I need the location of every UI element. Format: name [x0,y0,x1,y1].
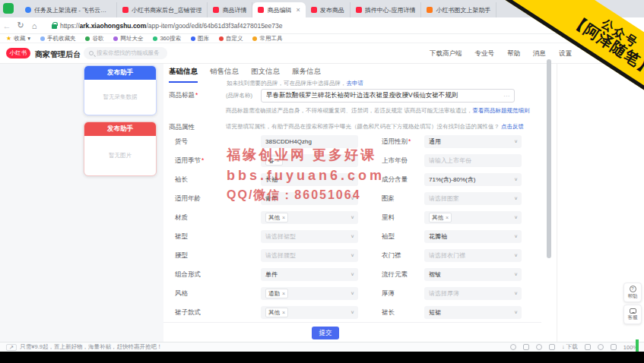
attr-row: 裙子款式 其他 裙长 短裙 [163,306,544,323]
skin-icon[interactable] [510,344,516,350]
sleeve-type-label: 袖型 [382,232,395,241]
question-icon: ? [630,286,636,292]
search-input[interactable]: 搜索你想找的功能或服务 [84,47,167,59]
bookmark-item[interactable]: 常用工具 [252,35,282,43]
browser-tab-4-active[interactable]: 商品编辑× [252,2,305,17]
url-field[interactable]: https://ark.xiaohongshu.com/app-item/goo… [52,22,283,30]
dress-style-label: 裙子款式 [175,308,201,317]
browser-tab-3[interactable]: 商品详情 [208,2,252,17]
message-icon[interactable] [523,344,529,350]
skirt-length-select[interactable]: 短裙 [424,306,522,319]
waist-select[interactable]: 请选择腰型 [261,249,358,262]
page-scrollbar[interactable] [547,59,551,258]
brand-tip: 如未找到需要的品牌，可在品牌库中选择品牌，去申请 [227,80,363,87]
thickness-select[interactable]: 请选择厚薄 [424,287,522,300]
close-tab-icon[interactable]: × [296,6,300,14]
launch-year-label: 上市年份 [382,156,408,166]
xhs-favicon-icon [311,7,317,13]
submit-button[interactable]: 提交 [312,327,339,339]
feedback-link[interactable]: 点击反馈 [501,123,524,130]
bookmark-item[interactable]: 谷歌 [85,35,103,43]
bookmark-item[interactable]: 手机收藏夹 [40,35,76,43]
publish-assistant-card-blue[interactable]: 发布助手 暂无采集数据 [84,65,157,115]
dress-shape-select[interactable]: 请选择裙型 [261,230,358,243]
letterbox-bottom [0,352,644,363]
launch-year-input[interactable]: 请输入上市年份 [424,154,522,167]
xiaohongshu-logo[interactable]: 小红书 [6,48,30,58]
network-icon[interactable] [536,344,542,350]
title-rules-link[interactable]: 查看商品标题规范细则 [473,107,530,114]
product-title-input[interactable]: 早春新款翻领罗兰碎花长袖荷叶边连衣裙显瘦收腰V领仙女裙不规则 ⋯ [261,89,515,103]
browser-tab-5[interactable]: 发布商品 [306,2,351,17]
trend-select[interactable]: 褶皱 [424,268,522,281]
title-tip: 商品标题需准确描述产品自身，不得堆砌重复词、违禁词，若违反规定 该商品可能无法审… [226,107,530,115]
folder-icon [40,36,45,41]
nav-messages[interactable]: 消息 [533,49,546,58]
waist-label: 腰型 [175,251,188,260]
green-indicator [636,339,639,352]
browser-logo-icon[interactable] [3,3,14,14]
xhs-favicon-icon [122,7,128,13]
nav-settings[interactable]: 设置 [559,49,572,58]
bookmark-item[interactable]: 自定义 [219,35,243,43]
material-label: 材质 [175,213,188,223]
promo-tag-icon: ↗ [6,344,17,351]
brand-name-prefix: (品牌名称) [226,92,252,99]
attributes-label: 商品属性 [169,123,195,132]
screenshot-icon[interactable] [585,344,591,350]
age-select[interactable]: 青年 [261,192,358,205]
bookmark-favorites[interactable]: ★收藏▾ [6,35,30,43]
style-select[interactable]: 通勤 [261,287,358,300]
sleeve-length-label: 袖长 [175,175,188,185]
dress-shape-label: 裙型 [175,232,188,241]
home-icon[interactable]: ⌂ [27,21,41,30]
bookmark-item[interactable]: 网址大全 [113,35,143,43]
nav-help[interactable]: 帮助 [507,49,520,58]
back-icon[interactable]: ← [0,21,14,30]
combo-select[interactable]: 单件 [261,268,358,281]
help-floater[interactable]: ? 帮助 [623,283,642,302]
refresh-icon[interactable]: ↻ [14,21,27,30]
capture-icon[interactable] [549,344,555,350]
browser-tab-1[interactable]: 任务及上架流程 - 飞书云文档 [20,2,117,17]
attr-row: 组合形式 单件 流行元素 褶皱 [163,268,544,285]
browser-tab-7[interactable]: 小红书图文上架助手 [421,2,496,17]
star-icon: ★ [6,35,11,42]
page-title: 商家管理后台 [35,49,81,60]
sleeve-type-select[interactable]: 花瓣袖 [424,230,522,243]
placket-select[interactable]: 请选择衣门襟 [424,249,522,262]
apply-brand-link[interactable]: 去申请 [347,80,364,87]
extension-favicon-icon [427,7,433,13]
statusbar-tools: ↓ 下载 100% [510,343,638,351]
page-url: https://ark.xiaohongshu.com/app-item/goo… [60,22,283,30]
windows-icon[interactable] [611,344,617,350]
publish-assistant-card-red[interactable]: 发布助手 暂无图片 [84,122,157,176]
trend-label: 流行元素 [382,270,408,279]
browser-tab-2[interactable]: 小红书商家后台_店铺管理 [117,2,208,17]
lining-select[interactable]: 其他 [424,211,522,224]
age-label: 适用年龄 [175,194,201,204]
download-button[interactable]: ↓ 下载 [562,343,578,351]
content-divider [557,64,557,342]
attr-row: 适用季节 春 上市年份 请输入上市年份 [163,154,544,171]
cleaner-icon[interactable] [598,344,604,350]
bookmark-item[interactable]: 图库 [191,35,209,43]
material-select[interactable]: 其他 [261,211,358,224]
ingredient-select[interactable]: 71%(含)-80%(含) [424,173,522,186]
sleeve-length-select[interactable]: 长袖 [261,173,358,186]
item-number-input[interactable]: 38SCDDH4Qzhg [261,135,358,148]
nav-download-client[interactable]: 下载商户端 [430,49,462,58]
browser-tab-6[interactable]: 插件中心-应用详情 [351,2,422,17]
item-number-label: 货号 [175,137,188,147]
service-floater[interactable]: 客服 [623,305,642,324]
pattern-select[interactable]: 请选择图案 [424,192,522,205]
attributes-tip: 请完整填写属性，有助于商品在搜索和推荐中曝光（颜色和尺码在下方规格处填写）没有找… [226,123,524,131]
attr-row: 货号 38SCDDH4Qzhg 适用性别 通用 [163,135,544,152]
gender-select[interactable]: 通用 [424,135,522,148]
bookmark-item[interactable]: 360搜索 [153,35,181,43]
tab-basic-info[interactable]: 基础信息 [169,67,198,83]
dress-style-select[interactable]: 其他 [261,306,358,319]
statusbar-promo[interactable]: ↗ 只需¥9.9起，置上新好物，海量补贴，赶快特惠开抢吧！ [6,343,162,351]
season-select[interactable]: 春 [261,154,358,167]
nav-pro-account[interactable]: 专业号 [475,49,495,58]
